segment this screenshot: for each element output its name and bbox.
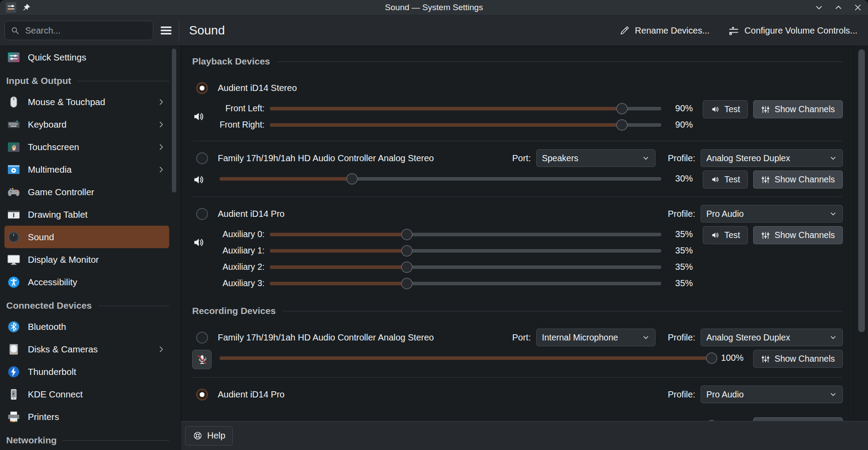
configure-volume-controls-button[interactable]: Configure Volume Controls... (725, 24, 860, 37)
volume-slider[interactable] (270, 119, 661, 131)
volume-slider[interactable] (220, 173, 661, 185)
show-channels-button[interactable]: Show Channels (753, 226, 843, 244)
profile-value: Analog Stereo Duplex (706, 153, 826, 163)
sidebar-item-sound[interactable]: Sound (4, 226, 169, 248)
multimedia-icon (7, 163, 20, 176)
slider-handle[interactable] (401, 229, 413, 240)
sidebar-item-display-monitor[interactable]: Display & Monitor (4, 248, 169, 271)
test-button[interactable]: Test (703, 170, 748, 189)
pencil-icon (619, 25, 630, 36)
sidebar-item-drawing-tablet[interactable]: Drawing Tablet (4, 203, 169, 226)
profile-select[interactable]: Analog Stereo Duplex (701, 329, 843, 346)
device-radio[interactable] (196, 389, 208, 401)
sidebar-scrollbar[interactable] (172, 49, 176, 193)
volume-slider[interactable] (270, 261, 661, 273)
device-buttons: Show Channels (753, 350, 843, 369)
sidebar-item-accessibility[interactable]: Accessibility (4, 271, 169, 293)
device-header: Audient iD14 ProProfile:Pro Audio (192, 204, 843, 223)
profile-group: Profile:Pro Audio (668, 205, 843, 223)
search-field[interactable] (4, 21, 153, 40)
content-scrollbar[interactable] (858, 49, 865, 332)
volume-slider[interactable] (270, 228, 661, 241)
slider-handle[interactable] (401, 261, 413, 273)
slider-handle[interactable] (616, 103, 628, 114)
test-button-label: Test (724, 104, 740, 114)
quick-settings-icon (7, 51, 20, 64)
sidebar-item-label: Touchscreen (28, 142, 79, 152)
sidebar-item-label: Keyboard (28, 119, 67, 130)
sidebar-item-keyboard[interactable]: Keyboard (4, 113, 169, 136)
close-button[interactable] (853, 3, 863, 12)
channel-percent: 100% (715, 353, 743, 363)
sidebar-item-touchscreen[interactable]: Touchscreen (4, 136, 169, 158)
sidebar-item-label: Quick Settings (28, 52, 86, 63)
search-icon (10, 26, 20, 35)
volume-slider[interactable] (220, 352, 712, 364)
sidebar-item-bluetooth[interactable]: Bluetooth (4, 315, 169, 338)
sidebar-item-game-controller[interactable]: Game Controller (4, 181, 169, 203)
profile-select[interactable]: Pro Audio (701, 386, 843, 403)
channel-row: Auxiliary 2:35% (216, 259, 693, 275)
sidebar-item-multimedia[interactable]: Multimedia (4, 158, 169, 181)
mute-button[interactable] (192, 350, 212, 369)
volume-slider[interactable] (270, 277, 661, 290)
minimize-button[interactable] (814, 3, 824, 12)
profile-label: Profile: (668, 333, 695, 343)
mouse-icon (7, 95, 20, 109)
port-select[interactable]: Speakers (536, 149, 656, 167)
show-channels-button[interactable]: Show Channels (753, 170, 843, 189)
keyboard-icon (7, 118, 20, 131)
channel-label: Auxiliary 3: (216, 278, 266, 288)
slider-handle[interactable] (346, 173, 358, 185)
search-input[interactable] (24, 25, 148, 36)
slider-handle[interactable] (706, 352, 717, 364)
device-radio[interactable] (196, 82, 208, 94)
sidebar-item-quick-settings[interactable]: Quick Settings (4, 46, 169, 68)
volume-slider[interactable] (270, 102, 661, 115)
volume-slider[interactable] (270, 245, 661, 257)
microphone-muted-icon (196, 354, 208, 366)
profile-select[interactable]: Pro Audio (701, 205, 843, 223)
sound-knob-icon (7, 231, 20, 244)
sidebar-item-thunderbolt[interactable]: Thunderbolt (4, 360, 169, 383)
device-family-17h-19h-1ah-hd-audio-controller-analog-stereo: Family 17h/19h/1ah HD Audio Controller A… (192, 148, 843, 189)
sidebar-item-kde-connect[interactable]: KDE Connect (4, 383, 169, 405)
test-button[interactable]: Test (703, 226, 748, 244)
sidebar-section-label: Networking (6, 435, 57, 446)
help-button[interactable]: Help (185, 426, 233, 446)
profile-select[interactable]: Analog Stereo Duplex (701, 149, 843, 167)
sidebar-item-label: Drawing Tablet (28, 209, 87, 220)
slider-handle[interactable] (401, 245, 413, 257)
sidebar-item-mouse-touchpad[interactable]: Mouse & Touchpad (4, 91, 169, 113)
configure-volume-controls-label: Configure Volume Controls... (744, 26, 857, 36)
device-list: Playback DevicesAudient iD14 StereoFront… (182, 46, 853, 435)
pin-icon[interactable] (22, 3, 31, 12)
maximize-button[interactable] (834, 3, 843, 12)
port-select[interactable]: Internal Microphone (536, 329, 656, 346)
slider-handle[interactable] (401, 278, 413, 289)
select-chevron-icon (829, 333, 837, 341)
device-radio[interactable] (196, 332, 208, 344)
sidebar-item-disks-cameras[interactable]: Disks & Cameras (4, 338, 169, 360)
rename-devices-button[interactable]: Rename Devices... (617, 25, 712, 36)
device-volume: Auxiliary 0:35%Auxiliary 1:35%Auxiliary … (192, 226, 843, 291)
profile-label: Profile: (668, 389, 695, 400)
channel-label: Front Right: (216, 120, 266, 130)
device-radio[interactable] (196, 152, 208, 164)
sidebar-item-label: Game Controller (28, 187, 94, 197)
menu-icon[interactable] (156, 20, 176, 41)
profile-group: Profile:Analog Stereo Duplex (668, 329, 843, 346)
chevron-up-icon (834, 3, 843, 12)
test-button[interactable]: Test (703, 100, 748, 118)
display-icon (7, 253, 20, 266)
channel-label: Auxiliary 2: (216, 262, 266, 272)
slider-handle[interactable] (616, 119, 628, 131)
show-channels-button[interactable]: Show Channels (753, 350, 843, 368)
channel-percent: 35% (665, 262, 693, 272)
sidebar-item-label: Thunderbolt (28, 367, 76, 377)
show-channels-button[interactable]: Show Channels (753, 100, 843, 118)
help-button-label: Help (207, 431, 225, 441)
divider (77, 81, 169, 81)
sidebar-item-printers[interactable]: Printers (4, 405, 169, 428)
device-radio[interactable] (196, 208, 208, 220)
